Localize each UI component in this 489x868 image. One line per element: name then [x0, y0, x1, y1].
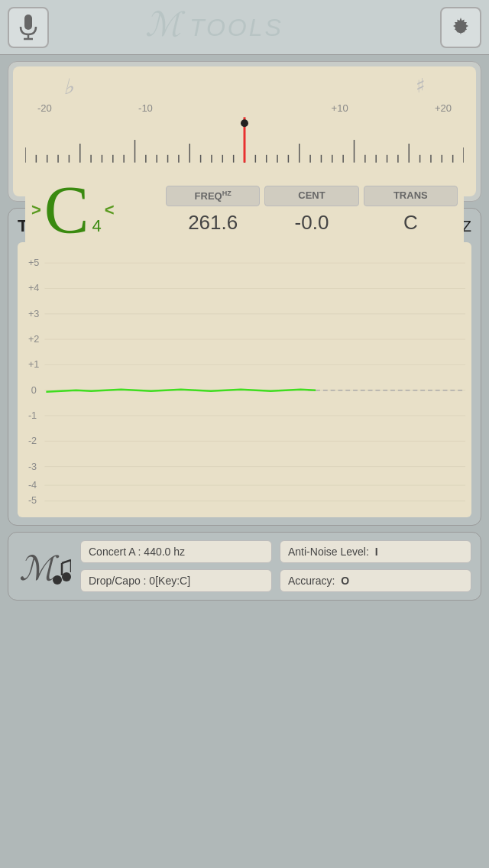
svg-text:+5: +5: [28, 257, 40, 268]
settings-panel: ℳ Concert A : 440.0 hz Anti-Noise Level:…: [8, 532, 481, 601]
meter-ticks: [25, 117, 464, 163]
gear-icon: [448, 15, 474, 40]
svg-text:0: 0: [31, 384, 37, 396]
svg-text:+1: +1: [28, 358, 40, 370]
svg-point-74: [62, 572, 71, 581]
svg-text:-5: -5: [28, 494, 37, 506]
settings-row-1: Concert A : 440.0 hz Anti-Noise Level: I: [80, 540, 471, 563]
scale-plus20: +20: [435, 102, 452, 114]
svg-text:+4: +4: [28, 282, 40, 293]
settings-logo: ℳ: [18, 543, 71, 589]
app-title: ℳ TOOLS: [145, 5, 344, 50]
anti-noise-value: I: [375, 546, 378, 558]
scale-plus10: +10: [332, 102, 348, 114]
svg-text:+2: +2: [28, 333, 40, 345]
note-arrow-left: >: [31, 200, 41, 220]
concert-a-field[interactable]: Concert A : 440.0 hz: [80, 540, 272, 563]
drop-capo-field[interactable]: Drop/Capo : 0[Key:C]: [80, 569, 272, 592]
anti-noise-label: Anti-Noise Level:: [288, 546, 369, 558]
trans-label: TRANS: [364, 186, 458, 206]
accuracy-value: O: [341, 575, 349, 587]
svg-text:-1: -1: [28, 410, 37, 421]
svg-text:+3: +3: [28, 308, 40, 319]
svg-text:-4: -4: [28, 479, 37, 491]
freq-value: 261.6: [166, 211, 260, 235]
svg-point-48: [241, 119, 248, 127]
cent-label: CENT: [264, 186, 358, 206]
freq-label: FREQHZ: [166, 186, 260, 206]
readings-labels: FREQHZ CENT TRANS: [166, 186, 458, 206]
trans-value: C: [364, 211, 458, 235]
note-letter: C: [44, 177, 89, 244]
svg-point-73: [53, 575, 62, 585]
settings-button[interactable]: [440, 7, 481, 48]
meter-container: ♭ ♯ -20 -10 0 +10 +20: [13, 66, 476, 196]
cent-value: -0.0: [264, 211, 358, 235]
main-content: ♭ ♯ -20 -10 0 +10 +20: [0, 55, 489, 607]
scale-minus20: -20: [37, 102, 52, 114]
svg-text:-3: -3: [28, 461, 37, 472]
trajectory-panel: Tuning Trajectory A4= 440 HZ +5 +4 +3 +2…: [8, 208, 481, 526]
tuner-panel: ♭ ♯ -20 -10 0 +10 +20: [8, 61, 481, 202]
flat-symbol: ♭: [63, 74, 73, 99]
note-subscript: 4: [92, 216, 102, 236]
settings-inputs: Concert A : 440.0 hz Anti-Noise Level: I…: [80, 540, 471, 592]
readings: FREQHZ CENT TRANS 261.6 -0.0 C: [166, 186, 458, 234]
accuracy-label: Accuracy:: [288, 575, 335, 587]
chart-svg: +5 +4 +3 +2 +1 0 -1 -2 -3 -4 -5: [24, 247, 465, 513]
scale-minus10: -10: [138, 102, 153, 114]
logo-icon: ℳ: [18, 543, 71, 589]
svg-text:ℳ: ℳ: [145, 6, 186, 44]
svg-text:-2: -2: [28, 435, 37, 446]
mic-button[interactable]: [8, 7, 49, 48]
header: ℳ TOOLS: [0, 0, 489, 55]
anti-noise-field: Anti-Noise Level: I: [280, 540, 471, 563]
trajectory-chart: +5 +4 +3 +2 +1 0 -1 -2 -3 -4 -5: [18, 242, 471, 517]
note-panel: > C 4 < FREQHZ CENT TRANS 261.6 -0.0 C: [25, 169, 464, 251]
tuning-line: [46, 390, 316, 392]
settings-row-2: Drop/Capo : 0[Key:C] Accuracy: O: [80, 569, 471, 592]
note-arrow-right: <: [105, 200, 115, 220]
mic-icon: [17, 15, 40, 40]
svg-rect-0: [24, 15, 32, 30]
note-display: > C 4 <: [31, 177, 154, 244]
ticks-svg: [25, 117, 464, 163]
readings-values: 261.6 -0.0 C: [166, 211, 458, 235]
accuracy-field: Accuracy: O: [280, 569, 471, 592]
sharp-symbol: ♯: [416, 74, 426, 99]
svg-text:TOOLS: TOOLS: [189, 14, 283, 41]
svg-line-77: [62, 560, 71, 563]
